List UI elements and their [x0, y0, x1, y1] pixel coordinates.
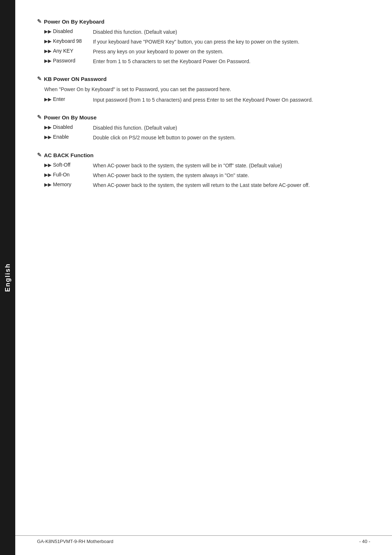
- item-list-2: ▶▶ Enter Input password (from 1 to 5 cha…: [44, 96, 370, 104]
- item-key: Enter: [53, 96, 93, 102]
- main-content: ✎ Power On By Keyboard ▶▶ Disabled Disab…: [15, 0, 392, 555]
- list-item: ▶▶ Enable Double click on PS/2 mouse lef…: [44, 134, 370, 142]
- section-ac-back-function: ✎ AC BACK Function ▶▶ Soft-Off When AC-p…: [37, 152, 370, 189]
- item-desc: When AC-power back to the system, the sy…: [93, 181, 310, 189]
- item-key: Password: [53, 58, 93, 64]
- list-item: ▶▶ Full-On When AC-power back to the sys…: [44, 172, 370, 179]
- arrow-icon: ▶▶: [44, 58, 52, 64]
- item-desc: Input password (from 1 to 5 characters) …: [93, 96, 313, 104]
- item-list-1: ▶▶ Disabled Disabled this function. (Def…: [44, 28, 370, 65]
- section-title-power-on-by-keyboard: ✎ Power On By Keyboard: [37, 18, 370, 25]
- list-item: ▶▶ Memory When AC-power back to the syst…: [44, 181, 370, 189]
- section-heading-3: Power On By Mouse: [44, 114, 97, 121]
- section-kb-power-on-password: ✎ KB Power ON Password When "Power On by…: [37, 76, 370, 104]
- list-item: ▶▶ Password Enter from 1 to 5 characters…: [44, 58, 370, 65]
- section-power-on-by-mouse: ✎ Power On By Mouse ▶▶ Disabled Disabled…: [37, 114, 370, 142]
- item-desc: Enter from 1 to 5 characters to set the …: [93, 58, 250, 65]
- section-power-on-by-keyboard: ✎ Power On By Keyboard ▶▶ Disabled Disab…: [37, 18, 370, 65]
- section-heading-2: KB Power ON Password: [44, 76, 107, 82]
- section-icon-2: ✎: [37, 76, 42, 82]
- item-key: Disabled: [53, 28, 93, 34]
- sidebar-label: English: [4, 263, 12, 292]
- list-item: ▶▶ Enter Input password (from 1 to 5 cha…: [44, 96, 370, 104]
- item-key: Soft-Off: [53, 162, 93, 168]
- section-icon-3: ✎: [37, 114, 42, 121]
- list-item: ▶▶ Disabled Disabled this function. (Def…: [44, 28, 370, 36]
- sub-note-kb: When "Power On by Keyboard" is set to Pa…: [44, 86, 370, 93]
- arrow-icon: ▶▶: [44, 38, 52, 44]
- arrow-icon: ▶▶: [44, 125, 52, 130]
- arrow-icon: ▶▶: [44, 162, 52, 168]
- item-key: Disabled: [53, 124, 93, 130]
- item-desc: Disabled this function. (Default value): [93, 28, 177, 36]
- arrow-icon: ▶▶: [44, 172, 52, 177]
- item-desc: If your keyboard have "POWER Key" button…: [93, 38, 299, 46]
- section-title-power-on-by-mouse: ✎ Power On By Mouse: [37, 114, 370, 121]
- arrow-icon: ▶▶: [44, 182, 52, 187]
- item-desc: When AC-power back to the system, the sy…: [93, 162, 282, 170]
- list-item: ▶▶ Disabled Disabled this function. (Def…: [44, 124, 370, 132]
- list-item: ▶▶ Keyboard 98 If your keyboard have "PO…: [44, 38, 370, 46]
- list-item: ▶▶ Any KEY Press any keys on your keyboa…: [44, 48, 370, 56]
- item-desc: Press any keys on your keyboard to power…: [93, 48, 224, 56]
- item-desc: Double click on PS/2 mouse left button t…: [93, 134, 236, 142]
- footer-model: GA-K8N51PVMT-9-RH Motherboard: [37, 539, 113, 544]
- arrow-icon: ▶▶: [44, 97, 52, 102]
- section-heading-1: Power On By Keyboard: [44, 19, 105, 25]
- section-icon-1: ✎: [37, 18, 42, 25]
- section-title-kb-power-on-password: ✎ KB Power ON Password: [37, 76, 370, 82]
- arrow-icon: ▶▶: [44, 48, 52, 54]
- section-icon-4: ✎: [37, 152, 42, 158]
- item-desc: When AC-power back to the system, the sy…: [93, 172, 249, 179]
- arrow-icon: ▶▶: [44, 134, 52, 140]
- item-key: Enable: [53, 134, 93, 140]
- item-key: Keyboard 98: [53, 38, 93, 44]
- item-key: Memory: [53, 181, 93, 187]
- sidebar: English: [0, 0, 15, 555]
- footer: GA-K8N51PVMT-9-RH Motherboard - 40 -: [15, 535, 392, 544]
- section-heading-4: AC BACK Function: [44, 152, 94, 158]
- section-title-ac-back-function: ✎ AC BACK Function: [37, 152, 370, 158]
- item-desc: Disabled this function. (Default value): [93, 124, 177, 132]
- item-key: Full-On: [53, 172, 93, 177]
- item-list-4: ▶▶ Soft-Off When AC-power back to the sy…: [44, 162, 370, 189]
- item-key: Any KEY: [53, 48, 93, 54]
- arrow-icon: ▶▶: [44, 29, 52, 34]
- item-list-3: ▶▶ Disabled Disabled this function. (Def…: [44, 124, 370, 142]
- list-item: ▶▶ Soft-Off When AC-power back to the sy…: [44, 162, 370, 170]
- footer-page: - 40 -: [359, 539, 370, 544]
